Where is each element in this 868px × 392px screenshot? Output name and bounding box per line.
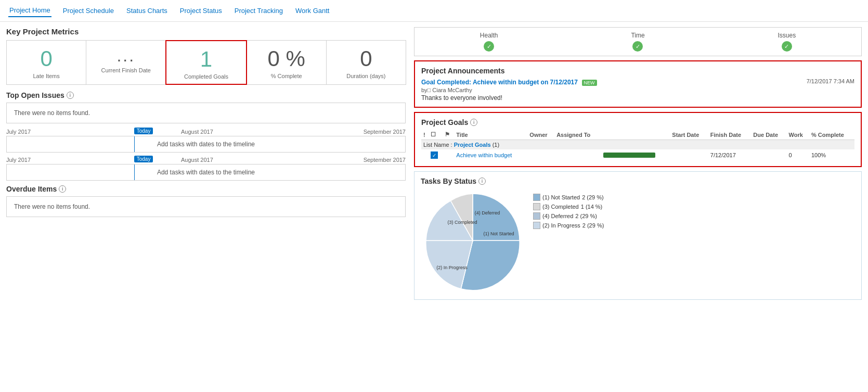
metric-completed-goals: 1 Completed Goals (165, 40, 247, 85)
goals-cell-progress (601, 149, 670, 161)
pie-chart-svg: (1) Not Started (2) In Progress (3) Comp… (421, 188, 525, 293)
timeline-2-today: Today (134, 156, 153, 162)
goals-cell-assigned (554, 149, 601, 161)
ann-item-title[interactable]: Goal Completed: Achieve within budget on… (421, 79, 578, 86)
tasks-info-icon[interactable]: i (478, 178, 486, 185)
status-time-icon: ✓ (632, 41, 643, 52)
legend-in-progress: (2) In Progress 2 (29 %) (533, 222, 604, 229)
timeline-2-bar: Add tasks with dates to the timeline (6, 164, 406, 181)
status-health-icon: ✓ (484, 41, 494, 52)
legend-label-in-progress: (2) In Progress (542, 222, 580, 229)
open-issues-title: Top Open Issues i (6, 91, 406, 99)
announcements-title: Project Announcements (421, 67, 854, 75)
metric-completed-goals-label: Completed Goals (172, 73, 240, 80)
timeline-2: July 2017 Today August 2017 September 20… (6, 157, 406, 181)
goals-col-assigned: Assigned To (554, 130, 601, 140)
goals-group-name: Project Goals (454, 142, 491, 148)
pie-chart-area: (1) Not Started (2) In Progress (3) Comp… (421, 188, 525, 294)
goals-cell-pct: 100% (809, 149, 854, 161)
overdue-empty: There were no items found. (6, 196, 406, 217)
metrics-row: 0 Late Items ... Current Finish Date 1 C… (6, 40, 406, 85)
metric-late-items-label: Late Items (12, 73, 81, 79)
legend-not-started: (1) Not Started 2 (29 %) (533, 194, 604, 201)
status-time: Time ✓ (563, 32, 712, 52)
timeline-2-line (134, 165, 135, 180)
goals-info-icon[interactable]: i (470, 119, 477, 126)
ann-author: by□ Ciara McCarthy (421, 87, 854, 93)
goals-progress-bg (603, 153, 655, 158)
metric-pct-complete: 0 % % Complete (247, 40, 327, 85)
timeline-2-month-1: July 2017 (6, 157, 31, 163)
nav-project-home[interactable]: Project Home (8, 4, 51, 17)
goals-cell-title: Achieve within budget (454, 149, 527, 161)
nav-work-gantt[interactable]: Work Gantt (294, 5, 331, 17)
legend-box-in-progress (533, 222, 540, 229)
goals-cell-flag (443, 149, 454, 161)
goals-group-label: List Name : (423, 142, 454, 148)
legend-value-not-started: 2 (29 %) (582, 194, 604, 200)
goals-col-priority: ! (421, 130, 429, 140)
goals-title: Project Goals i (421, 118, 854, 127)
overdue-title: Overdue Items i (6, 185, 406, 193)
pie-label-completed: (3) Completed (447, 220, 477, 225)
goals-col-work: Work (787, 130, 809, 140)
goals-table: ! ☐ ⚑ Title Owner Assigned To Start Date… (421, 130, 854, 161)
goals-row-0: ✓ Achieve within budget (421, 149, 854, 161)
open-issues-info-icon[interactable]: i (67, 92, 74, 99)
timeline-1-header: July 2017 Today August 2017 September 20… (6, 129, 406, 136)
goals-col-flag: ⚑ (443, 130, 454, 140)
timeline-1-bar: Add tasks with dates to the timeline (6, 136, 406, 153)
tasks-status-box: Tasks By Status i (414, 171, 862, 300)
pie-legend: (1) Not Started 2 (29 %) (3) Completed 1… (533, 194, 604, 229)
legend-value-completed: 1 (14 %) (581, 204, 603, 210)
announcements-box: Project Announcements 7/12/2017 7:34 AM … (414, 60, 862, 108)
goals-col-pct: % Complete (809, 130, 854, 140)
goals-cell-owner (527, 149, 554, 161)
metric-duration-label: Duration (days) (332, 73, 400, 79)
metric-completed-goals-value: 1 (172, 47, 240, 71)
pie-label-in-progress: (2) In Progress (436, 265, 468, 270)
tasks-title: Tasks By Status i (421, 177, 855, 185)
metric-duration: 0 Duration (days) (326, 40, 406, 85)
metric-finish-date-value: ... (92, 47, 160, 65)
nav-status-charts[interactable]: Status Charts (125, 5, 169, 17)
goals-col-owner: Owner (527, 130, 554, 140)
goals-cell-check: ✓ (429, 149, 443, 161)
metric-finish-date-label: Current Finish Date (92, 67, 160, 73)
status-issues-icon: ✓ (782, 41, 792, 52)
goals-col-start: Start Date (670, 130, 708, 140)
top-nav: Project Home Project Schedule Status Cha… (0, 0, 868, 22)
status-issues-label: Issues (712, 32, 861, 39)
goals-title-link[interactable]: Achieve within budget (456, 152, 512, 158)
nav-project-status[interactable]: Project Status (179, 5, 223, 17)
pie-container: (1) Not Started (2) In Progress (3) Comp… (421, 188, 855, 294)
goals-checkbox[interactable]: ✓ (431, 151, 438, 159)
timeline-2-header: July 2017 Today August 2017 September 20… (6, 157, 406, 164)
timeline-1: July 2017 Today August 2017 September 20… (6, 129, 406, 153)
metric-finish-date: ... Current Finish Date (86, 40, 166, 85)
goals-cell-priority (421, 149, 429, 161)
timeline-1-month-1: July 2017 (6, 129, 31, 135)
metric-late-items: 0 Late Items (6, 40, 86, 85)
goals-cell-start (670, 149, 708, 161)
ann-date: 7/12/2017 7:34 AM (807, 78, 854, 84)
metric-duration-value: 0 (332, 47, 400, 71)
pie-label-not-started: (1) Not Started (483, 231, 514, 236)
overdue-info-icon[interactable]: i (59, 185, 66, 193)
goals-col-check: ☐ (429, 130, 443, 140)
metric-pct-complete-label: % Complete (252, 73, 321, 79)
timeline-1-line (134, 136, 135, 152)
announcement-item-0: 7/12/2017 7:34 AM Goal Completed: Achiev… (421, 78, 854, 102)
timeline-1-today: Today (134, 128, 153, 134)
timeline-1-month-3: September 2017 (364, 129, 406, 135)
nav-project-tracking[interactable]: Project Tracking (234, 5, 284, 17)
nav-project-schedule[interactable]: Project Schedule (62, 5, 115, 17)
legend-label-completed: (3) Completed (542, 204, 579, 210)
pie-label-deferred: (4) Deferred (475, 210, 500, 216)
goals-progress-fill (603, 153, 655, 158)
status-health-label: Health (414, 32, 563, 39)
goals-group-count: (1) (493, 142, 499, 148)
legend-box-completed (533, 203, 540, 210)
goals-cell-work: 0 (787, 149, 809, 161)
status-issues: Issues ✓ (712, 32, 861, 52)
